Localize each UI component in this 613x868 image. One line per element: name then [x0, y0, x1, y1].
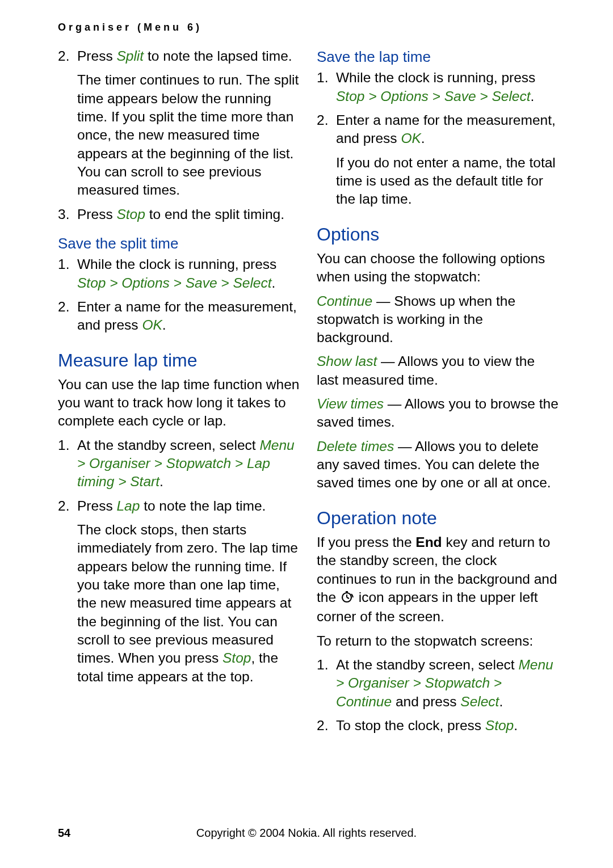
bold-text: End	[415, 534, 442, 550]
text: Enter a name for the measurement, and pr…	[336, 112, 556, 146]
text: to note the lapsed time.	[144, 48, 292, 64]
accent-text: View times	[317, 396, 384, 411]
paragraph: You can choose the following options whe…	[317, 250, 559, 286]
heading-options: Options	[317, 222, 559, 246]
accent-text: Show last	[317, 353, 377, 369]
paragraph: You can use the lap time function when y…	[58, 376, 300, 431]
return-steps: At the standby screen, select Menu > Org…	[317, 656, 559, 735]
menu-path: Stop > Options > Save > Select	[336, 89, 531, 104]
option-show-last: Show last — Allows you to view the last …	[317, 352, 559, 389]
paragraph: The timer continues to run. The split ti…	[77, 71, 300, 199]
heading-operation-note: Operation note	[317, 506, 559, 530]
text: Press	[77, 207, 116, 222]
text: to note the lap time.	[140, 498, 266, 513]
text: to end the split timing.	[145, 207, 284, 222]
text: and press	[392, 694, 460, 709]
text: .	[421, 130, 425, 146]
text: Enter a name for the measurement, and pr…	[77, 299, 297, 332]
subheading-save-lap: Save the lap time	[317, 47, 559, 66]
list-item: At the standby screen, select Menu > Org…	[58, 436, 300, 491]
accent-text: Select	[460, 694, 499, 709]
accent-text: OK	[401, 130, 421, 146]
list-item: While the clock is running, press Stop >…	[58, 255, 300, 292]
left-column: Press Split to note the lapsed time. The…	[58, 47, 300, 740]
measure-lap-steps: At the standby screen, select Menu > Org…	[58, 436, 300, 686]
text: .	[159, 474, 163, 489]
text: .	[499, 694, 503, 709]
text: Press	[77, 48, 116, 64]
text: At the standby screen, select	[77, 437, 259, 453]
text: Press	[77, 498, 116, 513]
list-item: Press Lap to note the lap time. The cloc…	[58, 497, 300, 686]
accent-text: Lap	[116, 498, 140, 513]
text: To stop the clock, press	[336, 718, 485, 733]
paragraph: If you do not enter a name, the total ti…	[336, 154, 559, 209]
list-item: At the standby screen, select Menu > Org…	[317, 656, 559, 711]
option-delete-times: Delete times — Allows you to delete any …	[317, 437, 559, 492]
list-item: To stop the clock, press Stop.	[317, 717, 559, 735]
right-column: Save the lap time While the clock is run…	[317, 47, 559, 740]
text: The clock stops, then starts immediately…	[77, 522, 298, 665]
save-lap-steps: While the clock is running, press Stop >…	[317, 69, 559, 208]
text: .	[162, 317, 166, 332]
text: .	[531, 89, 535, 104]
accent-text: Split	[116, 48, 144, 64]
svg-rect-1	[346, 591, 348, 593]
split-steps-continued: Press Split to note the lapsed time. The…	[58, 47, 300, 224]
list-item: Enter a name for the measurement, and pr…	[58, 298, 300, 335]
accent-text: Delete times	[317, 439, 394, 454]
paragraph: If you press the End key and return to t…	[317, 533, 559, 626]
heading-measure-lap: Measure lap time	[58, 348, 300, 372]
accent-text: Stop	[222, 650, 251, 665]
list-item: Press Split to note the lapsed time. The…	[58, 47, 300, 200]
list-item: Enter a name for the measurement, and pr…	[317, 111, 559, 209]
list-item: Press Stop to end the split timing.	[58, 205, 300, 224]
text: .	[272, 275, 276, 290]
content-columns: Press Split to note the lapsed time. The…	[58, 47, 559, 740]
option-view-times: View times — Allows you to browse the sa…	[317, 395, 559, 432]
text: At the standby screen, select	[336, 657, 518, 672]
footer-copyright: Copyright © 2004 Nokia. All rights reser…	[0, 827, 613, 840]
accent-text: OK	[142, 317, 162, 332]
accent-text: Continue	[317, 293, 372, 309]
paragraph: To return to the stopwatch screens:	[317, 632, 559, 650]
menu-path: Stop > Options > Save > Select	[77, 275, 272, 290]
text: If you press the	[317, 534, 415, 550]
text: While the clock is running, press	[336, 70, 535, 85]
running-header: Organiser (Menu 6)	[58, 22, 559, 33]
subheading-save-split: Save the split time	[58, 234, 300, 253]
accent-text: Stop	[116, 207, 145, 222]
stopwatch-icon	[340, 589, 355, 608]
accent-text: Stop	[485, 718, 514, 733]
text: .	[514, 718, 518, 733]
option-continue: Continue — Shows up when the stopwatch i…	[317, 292, 559, 347]
save-split-steps: While the clock is running, press Stop >…	[58, 255, 300, 334]
manual-page: Organiser (Menu 6) Press Split to note t…	[0, 0, 613, 868]
text: While the clock is running, press	[77, 256, 276, 272]
list-item: While the clock is running, press Stop >…	[317, 69, 559, 106]
paragraph: The clock stops, then starts immediately…	[77, 521, 300, 686]
